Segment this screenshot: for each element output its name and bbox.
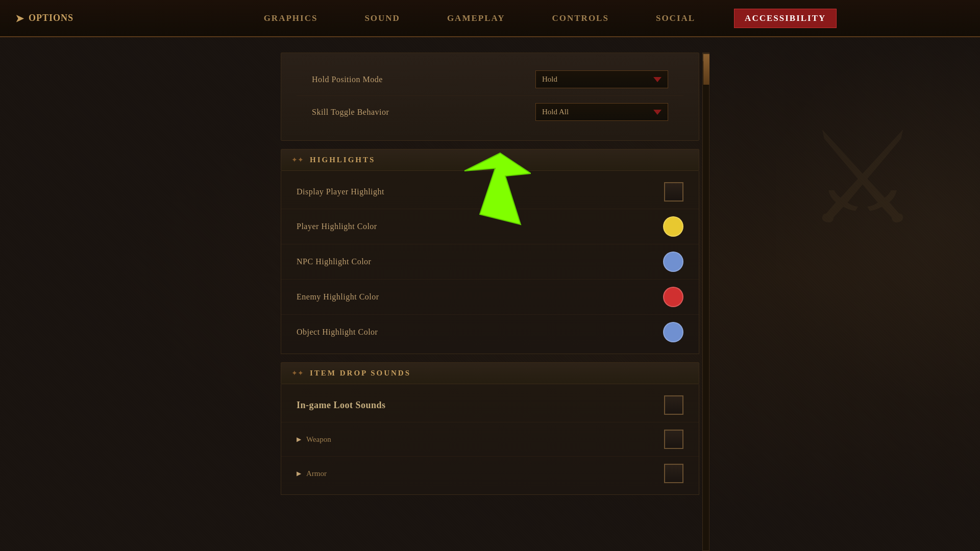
weapon-label-wrap: ▶ Weapon — [297, 435, 331, 444]
weapon-collapse-arrow-icon: ▶ — [297, 436, 301, 443]
highlights-section-body: Display Player Highlight Player Highligh… — [281, 171, 699, 354]
highlights-section-header: ✦✦ HIGHLIGHTS — [281, 149, 699, 171]
armor-checkbox[interactable] — [664, 464, 683, 483]
highlights-section-icon: ✦✦ — [291, 156, 304, 164]
ingame-loot-sounds-row: In-game Loot Sounds — [281, 388, 699, 422]
ingame-loot-sounds-checkbox[interactable] — [664, 395, 683, 415]
skill-toggle-behavior-row: Skill Toggle Behavior Hold All — [297, 96, 683, 128]
scrollbar-thumb[interactable] — [703, 54, 709, 85]
tab-gameplay[interactable]: GAMEPLAY — [439, 9, 513, 28]
nav-arrow-icon: ➤ — [15, 12, 24, 24]
display-player-highlight-checkbox[interactable] — [664, 182, 683, 202]
tab-social[interactable]: SOCIAL — [648, 9, 703, 28]
dropdown-arrow-icon — [653, 77, 662, 82]
top-section: Hold Position Mode Hold Skill Toggle Beh… — [281, 53, 699, 141]
tab-controls[interactable]: CONTROLS — [544, 9, 617, 28]
weapon-row[interactable]: ▶ Weapon — [281, 422, 699, 457]
item-drop-sounds-header: ✦✦ ITEM DROP SOUNDS — [281, 362, 699, 384]
skill-toggle-behavior-label: Skill Toggle Behavior — [312, 108, 389, 117]
armor-label-wrap: ▶ Armor — [297, 469, 327, 478]
scrollbar-track[interactable]: ▲ — [702, 53, 709, 551]
tab-accessibility[interactable]: ACCESSIBILITY — [734, 9, 837, 28]
display-player-highlight-row: Display Player Highlight — [281, 175, 699, 209]
hold-position-mode-row: Hold Position Mode Hold — [297, 63, 683, 96]
weapon-checkbox[interactable] — [664, 430, 683, 449]
player-highlight-color-label: Player Highlight Color — [297, 222, 377, 231]
settings-panel: ▲ Hold Position Mode Hold Skill Toggle B… — [281, 53, 699, 551]
main-content: ▲ Hold Position Mode Hold Skill Toggle B… — [92, 37, 888, 551]
display-player-highlight-label: Display Player Highlight — [297, 187, 384, 196]
armor-row[interactable]: ▶ Armor — [281, 457, 699, 490]
options-title: OPTIONS — [29, 13, 74, 23]
weapon-label: Weapon — [306, 435, 331, 444]
ingame-loot-sounds-label: In-game Loot Sounds — [297, 400, 386, 411]
tab-graphics[interactable]: GRAPHICS — [256, 9, 326, 28]
object-highlight-color-label: Object Highlight Color — [297, 328, 378, 337]
nav-tabs: GRAPHICS SOUND GAMEPLAY CONTROLS SOCIAL … — [112, 9, 980, 28]
skill-toggle-behavior-value: Hold All — [542, 108, 569, 116]
enemy-highlight-color-swatch[interactable] — [663, 287, 683, 307]
item-drop-sounds-icon: ✦✦ — [291, 369, 304, 378]
skill-toggle-behavior-dropdown[interactable]: Hold All — [535, 103, 668, 121]
player-highlight-color-row: Player Highlight Color — [281, 209, 699, 244]
dropdown-arrow-icon-2 — [653, 110, 662, 115]
armor-label: Armor — [306, 469, 327, 478]
enemy-highlight-color-label: Enemy Highlight Color — [297, 292, 379, 302]
tab-sound[interactable]: SOUND — [356, 9, 408, 28]
options-label[interactable]: ➤ OPTIONS — [0, 12, 112, 24]
npc-highlight-color-row: NPC Highlight Color — [281, 244, 699, 280]
item-drop-sounds-body: In-game Loot Sounds ▶ Weapon ▶ Armor — [281, 384, 699, 495]
player-highlight-color-swatch[interactable] — [663, 216, 683, 237]
object-highlight-color-swatch[interactable] — [663, 322, 683, 342]
item-drop-sounds-title: ITEM DROP SOUNDS — [310, 369, 411, 378]
npc-highlight-color-swatch[interactable] — [663, 252, 683, 272]
enemy-highlight-color-row: Enemy Highlight Color — [281, 280, 699, 315]
armor-collapse-arrow-icon: ▶ — [297, 470, 301, 478]
item-drop-sounds-container: ✦✦ ITEM DROP SOUNDS In-game Loot Sounds … — [281, 362, 699, 495]
hold-position-mode-dropdown[interactable]: Hold — [535, 70, 668, 88]
hold-position-mode-value: Hold — [542, 75, 557, 84]
nav-bar: ➤ OPTIONS GRAPHICS SOUND GAMEPLAY CONTRO… — [0, 0, 980, 37]
highlights-container: ✦✦ HIGHLIGHTS Display Player Highlight P… — [281, 149, 699, 354]
highlights-section-title: HIGHLIGHTS — [310, 156, 375, 164]
object-highlight-color-row: Object Highlight Color — [281, 315, 699, 349]
hold-position-mode-label: Hold Position Mode — [312, 75, 383, 84]
npc-highlight-color-label: NPC Highlight Color — [297, 257, 371, 266]
